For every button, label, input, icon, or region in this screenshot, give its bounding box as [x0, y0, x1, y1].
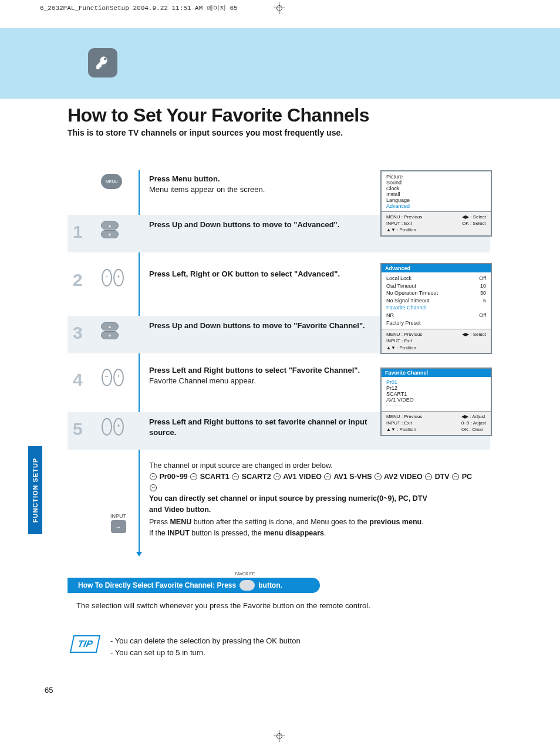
direct-select-bar: How To Directly Select Favorite Channel …: [68, 578, 320, 593]
osd-advanced-menu: Advanced Local LockOffOsd Timeout10No Op…: [380, 263, 492, 354]
step-num-4: 4: [73, 370, 83, 390]
step3-text: Press Up and Down buttons to move to "Fa…: [149, 321, 372, 331]
step2-text: Press Left, Right or OK button to select…: [149, 269, 372, 279]
print-header: 6_2632PAL_FunctionSetup 2004.9.22 11:51 …: [40, 4, 238, 12]
page-title: How to Set Your Favorite Channels: [68, 104, 369, 126]
key-icon: [88, 48, 117, 77]
registration-mark-bottom: [274, 730, 285, 742]
favorite-button-icon: [239, 580, 255, 591]
cycle-explanation: The channel or input source are changed …: [149, 460, 478, 515]
step5-text: Press Left and Right buttons to set favo…: [149, 417, 372, 438]
page-number: 65: [45, 686, 53, 695]
tip-box: TIP - You can delete the selection by pr…: [72, 635, 301, 658]
step-num-1: 1: [73, 222, 83, 242]
osd-favorite-menu: Favorite Channel Pr01Pr12SCART1AV1 VIDEO…: [380, 368, 492, 436]
updown-buttons-icon-2: ▲▼: [101, 322, 119, 340]
step-num-5: 5: [73, 419, 83, 439]
step1-text: Press Up and Down buttons to move to "Ad…: [149, 220, 372, 230]
tip-badge: TIP: [70, 635, 100, 653]
input-button-icon: INPUT →: [110, 513, 126, 533]
step0-text: Press Menu button. Menu items appear on …: [149, 174, 372, 195]
section-tab: FUNCTION SETUP: [28, 446, 42, 534]
menu-button-icon: MENU: [101, 174, 122, 189]
page-subtitle: This is to store TV channels or input so…: [68, 128, 343, 137]
step-num-3: 3: [73, 323, 83, 343]
osd-main-menu: PictureSoundClockInstallLanguageAdvanced…: [380, 170, 492, 237]
updown-buttons-icon: ▲▼: [101, 221, 119, 239]
leftright-buttons-icon-2: [101, 369, 124, 389]
leftright-buttons-icon: [101, 269, 124, 289]
step4-text: Press Left and Right buttons to select "…: [149, 365, 372, 386]
header-band: [0, 28, 560, 99]
final-instruction: Press MENU button after the setting is d…: [149, 517, 478, 539]
leftright-buttons-icon-3: [101, 418, 124, 438]
registration-mark-top: [274, 2, 285, 14]
step-num-2: 2: [73, 270, 83, 290]
favorite-label: FAVORITE: [235, 572, 255, 576]
after-blue-text: The selection will switch whenever you p…: [76, 601, 370, 610]
